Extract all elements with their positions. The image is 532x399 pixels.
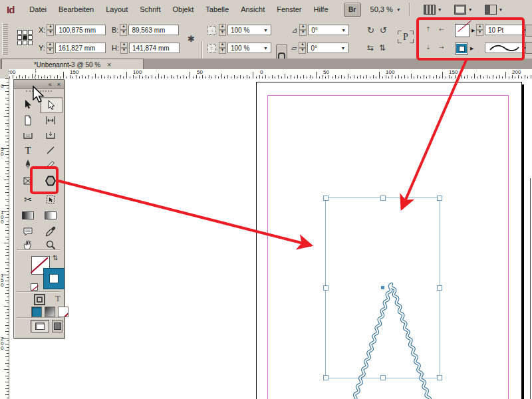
select-container-button[interactable]: ⇡ — [422, 26, 435, 34]
type-tool[interactable]: T — [17, 143, 39, 158]
vertical-ruler[interactable]: 050100150200 — [0, 78, 9, 399]
apply-gradient-button[interactable] — [45, 307, 55, 317]
stroke-flyout-arrow-icon[interactable]: ▶ — [470, 46, 473, 51]
content-placer-tool[interactable] — [40, 128, 61, 142]
tools-panel-header[interactable]: « × — [14, 80, 64, 89]
scissors-tool[interactable]: ✂ — [17, 192, 39, 207]
menu-item-fenster[interactable]: Fenster — [271, 3, 307, 15]
selection-handle[interactable] — [437, 196, 442, 201]
document-tab[interactable]: *Unbenannt-3 @ 50 % × — [1, 59, 144, 70]
menu-item-schrift[interactable]: Schrift — [134, 3, 166, 15]
default-fill-stroke-icon[interactable] — [31, 283, 38, 291]
pen-tool[interactable] — [17, 158, 39, 172]
collapse-panel-icon[interactable]: « — [49, 81, 52, 88]
eyedropper-tool[interactable] — [40, 224, 61, 238]
stroke-swatch[interactable] — [455, 43, 468, 55]
apply-none-button[interactable] — [58, 307, 68, 317]
scale-y-icon: ↑ — [207, 44, 216, 53]
shear-spinner[interactable]: ▲▼ — [299, 42, 306, 54]
width-spinner[interactable]: ▲▼ — [120, 24, 127, 36]
reference-point-proxy[interactable] — [17, 30, 35, 47]
pencil-tool[interactable] — [40, 158, 61, 172]
free-transform-tool[interactable] — [40, 192, 61, 207]
selection-handle[interactable] — [437, 285, 442, 291]
normal-view-mode-button[interactable] — [31, 320, 49, 332]
toolbox-stroke-swatch[interactable] — [43, 268, 65, 289]
scale-y-dropdown[interactable]: 100 % ▼ — [227, 43, 271, 53]
direct-selection-tool[interactable] — [40, 97, 63, 113]
selection-tool[interactable] — [17, 97, 39, 112]
menu-item-hilfe[interactable]: Hilfe — [308, 3, 334, 15]
y-spinner[interactable]: ▲▼ — [47, 42, 54, 54]
selection-handle[interactable] — [323, 196, 329, 201]
tools-panel[interactable]: « × T✂ ⇄ T — [13, 79, 65, 338]
selection-handle[interactable] — [323, 285, 329, 291]
gap-tool[interactable] — [40, 113, 61, 127]
pasteboard[interactable] — [9, 78, 532, 399]
rotation-dropdown[interactable]: 0° ▼ — [308, 25, 349, 35]
apply-color-button[interactable] — [31, 307, 42, 317]
formatting-affects-container-button[interactable] — [34, 294, 45, 305]
gradient-tool[interactable] — [17, 207, 39, 223]
selection-handle[interactable] — [323, 375, 329, 380]
horizontal-ruler[interactable]: 20015010050050100150200 — [9, 69, 532, 79]
object-style-button-partial[interactable] — [525, 42, 532, 54]
fill-flyout-arrow-icon[interactable]: ▶ — [471, 28, 475, 33]
arrange-documents-button[interactable]: ▼ — [481, 3, 507, 16]
page-tool[interactable] — [17, 113, 39, 127]
effects-button-partial[interactable] — [525, 25, 532, 37]
line-tool[interactable] — [40, 143, 61, 158]
bridge-button[interactable]: Br — [344, 3, 361, 17]
menu-item-datei[interactable]: Datei — [23, 3, 53, 15]
stroke-weight-spinner[interactable]: ▲▼ — [476, 24, 483, 36]
shape-center-point[interactable] — [381, 286, 384, 289]
frame-tool[interactable] — [17, 172, 39, 190]
stroke-weight-dropdown[interactable]: 10 Pt ▼ — [485, 25, 530, 35]
rotation-spinner[interactable]: ▲▼ — [299, 24, 307, 36]
close-panel-icon[interactable]: × — [57, 81, 61, 88]
shear-dropdown[interactable]: 0° ▼ — [307, 43, 348, 53]
fill-swatch-none[interactable] — [455, 24, 469, 37]
height-spinner[interactable]: ▲▼ — [120, 42, 128, 54]
menubar: Id DateiBearbeitenLayoutSchriftObjektTab… — [0, 0, 532, 19]
preview-mode-button[interactable] — [52, 320, 63, 332]
screen-mode-button[interactable]: ▼ — [451, 3, 476, 16]
selection-handle[interactable] — [380, 196, 386, 201]
menu-item-bearbeiten[interactable]: Bearbeiten — [53, 3, 100, 15]
rotate-90-ccw-button[interactable]: ↺ — [380, 25, 387, 35]
polygon-tool[interactable] — [40, 172, 61, 190]
select-previous-button[interactable]: ⇠ — [435, 26, 448, 34]
stroke-type-dropdown[interactable]: ▼ — [485, 43, 530, 53]
x-field[interactable]: 100,875 mm — [55, 25, 106, 35]
scale-y-spinner[interactable]: ▲▼ — [219, 42, 226, 54]
flip-vertical-button[interactable]: ⇅ — [379, 43, 386, 53]
content-collector-tool[interactable] — [17, 128, 39, 142]
select-next-button[interactable]: ⇢ — [435, 44, 448, 52]
scale-x-spinner[interactable]: ▲▼ — [219, 24, 226, 36]
note-tool[interactable] — [17, 224, 39, 238]
width-field[interactable]: 89,563 mm — [128, 25, 179, 35]
zoom-level-dropdown[interactable]: 50,3 % ▼ — [370, 5, 401, 13]
menu-item-ansicht[interactable]: Ansicht — [235, 3, 271, 15]
y-field[interactable]: 161,827 mm — [55, 43, 106, 53]
flip-horizontal-button[interactable]: ⇆ — [367, 43, 374, 53]
panel-grip[interactable] — [2, 23, 8, 55]
height-field[interactable]: 141,874 mm — [129, 43, 180, 53]
rotate-90-cw-button[interactable]: ↻ — [367, 25, 374, 35]
scale-x-dropdown[interactable]: 100 % ▼ — [227, 25, 271, 35]
swap-fill-stroke-icon[interactable]: ⇄ — [52, 255, 59, 260]
ruler-origin-corner[interactable] — [0, 69, 9, 79]
selection-handle[interactable] — [380, 375, 386, 380]
select-content-button[interactable]: ⇣ — [422, 44, 435, 52]
menu-item-tabelle[interactable]: Tabelle — [200, 3, 235, 15]
gradient-feather-tool[interactable] — [40, 207, 61, 223]
menu-item-layout[interactable]: Layout — [100, 3, 134, 15]
selection-handle[interactable] — [437, 375, 442, 380]
view-options-button[interactable]: ▼ — [420, 3, 446, 16]
x-spinner[interactable]: ▲▼ — [47, 24, 54, 36]
tab-close-icon[interactable]: × — [107, 61, 111, 68]
menu-item-objekt[interactable]: Objekt — [166, 3, 200, 15]
constrain-dimensions-icon[interactable]: ✱ — [188, 31, 195, 47]
panel-grip[interactable] — [26, 90, 52, 96]
formatting-affects-text-button[interactable]: T — [55, 293, 61, 304]
